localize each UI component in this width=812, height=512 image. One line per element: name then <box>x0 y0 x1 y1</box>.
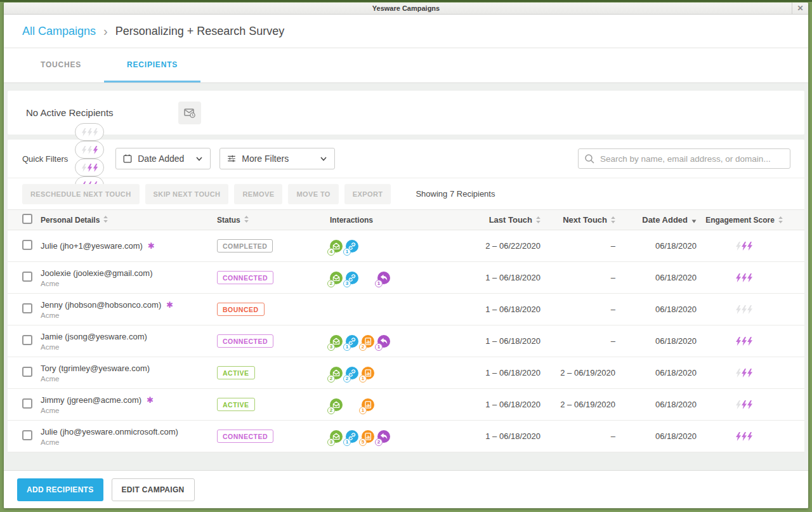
recipient-name[interactable]: Jimmy (jgreen@acme.com) <box>41 395 141 405</box>
recipient-company: Acme <box>41 375 217 383</box>
edit-campaign-button[interactable]: EDIT CAMPAIGN <box>112 478 195 501</box>
recipient-company: Acme <box>41 438 217 446</box>
opens-icon: 2 <box>330 272 343 284</box>
tab-touches[interactable]: TOUCHES <box>18 48 104 82</box>
recipient-name[interactable]: Joolexie (joolexie@gmail.com) <box>41 268 152 278</box>
sort-icon <box>691 216 697 223</box>
row-checkbox[interactable] <box>22 367 32 377</box>
close-icon[interactable]: ✕ <box>792 3 808 14</box>
engagement-score <box>697 305 792 314</box>
date-added-dropdown-label: Date Added <box>138 154 184 164</box>
more-filters-label: More Filters <box>242 154 289 164</box>
col-header-personal-details[interactable]: Personal Details <box>41 216 217 225</box>
table-row: Tory (tgrimley@yesware.com) ✱ Acme ACTIV… <box>8 357 804 389</box>
last-touch-value: 1 – 06/18/2020 <box>477 336 540 346</box>
recipient-name[interactable]: Jenny (jhobson@hobsonco.com) <box>41 300 161 310</box>
reschedule-next-touch-button[interactable]: RESCHEDULE NEXT TOUCH <box>22 184 140 204</box>
pageviews-icon: 2 <box>362 335 374 348</box>
col-header-date-added[interactable]: Date Added <box>615 215 697 225</box>
col-header-next-touch[interactable]: Next Touch <box>540 215 615 225</box>
row-checkbox[interactable] <box>22 303 32 313</box>
recipient-count-text: Showing 7 Recipients <box>416 189 495 199</box>
engagement-score <box>697 337 792 346</box>
quick-filter-engagement-2[interactable] <box>75 159 104 176</box>
recipient-name[interactable]: Tory (tgrimley@yesware.com) <box>41 364 150 373</box>
table-row: Julie (jho@yesware.onmicrosoft.com) ✱ Ac… <box>8 421 804 452</box>
sort-icon <box>536 216 540 223</box>
window-titlebar: Yesware Campaigns ✕ <box>4 3 808 15</box>
sort-icon <box>244 216 249 223</box>
engagement-score <box>697 242 792 251</box>
quick-filter-engagement-1[interactable] <box>75 141 104 159</box>
col-header-status[interactable]: Status <box>217 216 330 225</box>
page-title: Personalizing + Research Survey <box>115 25 285 38</box>
export-button[interactable]: EXPORT <box>344 184 391 204</box>
pageviews-icon: 1 <box>362 398 374 411</box>
row-checkbox[interactable] <box>22 398 32 409</box>
tab-recipients[interactable]: RECIPIENTS <box>104 48 200 82</box>
next-touch-value: 2 – 06/19/2020 <box>540 400 615 409</box>
status-badge: ACTIVE <box>217 398 255 411</box>
pageviews-icon: 1 <box>362 367 374 379</box>
add-recipients-button[interactable]: ADD RECIPIENTS <box>17 478 103 501</box>
row-checkbox[interactable] <box>22 430 32 440</box>
col-header-last-touch[interactable]: Last Touch <box>477 215 540 225</box>
recipient-company: Acme <box>41 407 217 414</box>
row-checkbox[interactable] <box>22 272 32 282</box>
last-touch-value: 1 – 06/18/2020 <box>477 305 540 314</box>
date-added-value: 06/18/2020 <box>615 431 697 441</box>
col-header-interactions: Interactions <box>330 216 477 225</box>
date-added-value: 06/18/2020 <box>615 368 697 377</box>
engagement-score <box>697 400 792 409</box>
last-touch-value: 1 – 06/18/2020 <box>477 431 540 441</box>
recipient-company: Acme <box>41 280 217 287</box>
recipient-name[interactable]: Julie (jho@yesware.onmicrosoft.com) <box>41 427 178 437</box>
table-body: Julie (jho+1@yesware.com) ✱ COMPLETED 4 … <box>8 230 804 452</box>
interactions-cell: 3 1 2 1 <box>330 335 477 348</box>
quick-filter-engagement-0[interactable] <box>75 123 104 141</box>
row-checkbox[interactable] <box>22 335 32 345</box>
last-touch-value: 1 – 06/18/2020 <box>477 400 540 409</box>
search-input[interactable] <box>578 148 790 169</box>
row-checkbox[interactable] <box>22 240 32 250</box>
search-box <box>578 148 790 169</box>
clicks-icon: 2 <box>346 367 358 379</box>
recipient-name[interactable]: Julie (jho+1@yesware.com) <box>41 241 143 251</box>
engagement-score <box>697 369 792 377</box>
breadcrumb-all-campaigns[interactable]: All Campaigns <box>22 25 96 38</box>
remove-button[interactable]: REMOVE <box>234 184 282 204</box>
interactions-cell: 3 1 5 2 <box>330 430 477 443</box>
recipient-name[interactable]: Jamie (jsong@yesware.com) <box>41 332 147 341</box>
table-row: Jenny (jhobson@hobsonco.com) ✱ Acme BOUN… <box>8 294 804 325</box>
replies-icon: 1 <box>377 272 390 284</box>
status-badge: CONNECTED <box>217 334 273 348</box>
interactions-cell: 2 2 1 <box>330 367 477 379</box>
date-added-dropdown[interactable]: Date Added <box>115 148 211 169</box>
footer: ADD RECIPIENTS EDIT CAMPAIGN <box>4 470 808 508</box>
engagement-score <box>697 432 792 441</box>
interactions-cell: 2 1 <box>330 398 477 411</box>
no-active-recipients-text: No Active Recipients <box>26 107 114 118</box>
move-to-button[interactable]: MOVE TO <box>288 184 338 204</box>
opens-icon: 3 <box>330 430 343 443</box>
select-all-checkbox[interactable] <box>22 214 32 224</box>
col-header-engagement-score[interactable]: Engagement Score <box>697 216 792 225</box>
modal-body: No Active Recipients Quick Filters <box>4 83 808 470</box>
next-touch-value: – <box>540 305 615 314</box>
status-badge: ACTIVE <box>217 366 255 379</box>
next-touch-value: – <box>540 336 615 346</box>
date-added-value: 06/18/2020 <box>615 273 697 282</box>
star-icon: ✱ <box>166 300 173 310</box>
chevron-down-icon <box>319 154 328 163</box>
breadcrumb-separator-icon: › <box>103 25 108 37</box>
tabbar: TOUCHES RECIPIENTS <box>4 48 808 83</box>
engagement-score <box>697 273 792 282</box>
star-icon: ✱ <box>147 395 154 405</box>
more-filters-dropdown[interactable]: More Filters <box>219 148 335 169</box>
interactions-cell <box>330 303 477 316</box>
next-touch-value: – <box>540 273 615 282</box>
last-touch-value: 2 – 06/22/2020 <box>477 241 540 251</box>
scheduled-email-icon[interactable] <box>178 102 201 124</box>
skip-next-touch-button[interactable]: SKIP NEXT TOUCH <box>145 184 229 204</box>
yesware-campaigns-modal: Yesware Campaigns ✕ All Campaigns › Pers… <box>4 3 808 508</box>
